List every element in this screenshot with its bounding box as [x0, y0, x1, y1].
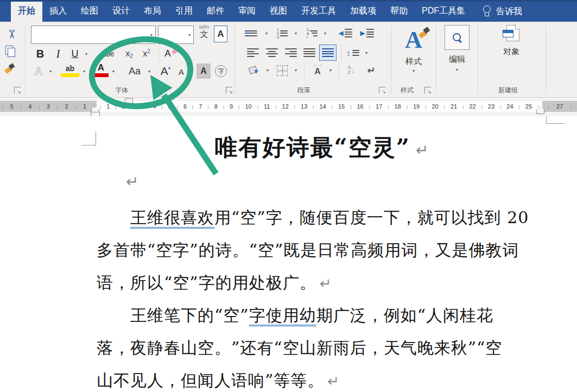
subscript-button[interactable]: x2 [122, 46, 137, 61]
asian-layout-dropdown[interactable]: ▾ [327, 63, 334, 77]
menu-tab-视图[interactable]: 视图 [263, 2, 294, 22]
paragraph-line[interactable]: 语，所以“空”字的用处极广。↵ [97, 267, 553, 299]
distribute-icon [322, 48, 334, 57]
italic-button[interactable]: I [52, 46, 64, 61]
editing-button[interactable]: 编辑 ▾ [441, 25, 473, 72]
ruler-number: 5 [168, 103, 172, 110]
change-case-button[interactable]: Aa [124, 63, 145, 79]
shading-dropdown[interactable]: ▾ [264, 63, 271, 77]
document-title[interactable]: 唯有好诗最“空灵”↵ [97, 130, 548, 165]
ruler-number: 22 [469, 103, 475, 110]
shading-button[interactable] [245, 63, 262, 77]
bullets-dropdown[interactable]: ▾ [263, 26, 270, 40]
strikethrough-button[interactable]: abc [98, 46, 118, 61]
multilevel-list-button[interactable]: 1ai [304, 26, 320, 40]
shrink-font-button[interactable]: A [175, 64, 188, 79]
menu-tab-设计[interactable]: 设计 [105, 2, 137, 22]
phonetic-guide-button[interactable]: wén 文 [195, 24, 213, 39]
character-shading-button[interactable]: A [196, 64, 211, 79]
left-indent-marker[interactable] [91, 112, 99, 116]
format-painter-button[interactable] [4, 63, 15, 75]
styles-dialog-launcher[interactable]: ↘ [424, 87, 431, 93]
underline-button[interactable]: U [68, 46, 81, 61]
styles-button[interactable]: A 样式 ▾ [394, 25, 433, 79]
align-left-button[interactable] [245, 46, 261, 60]
grow-font-button[interactable]: A▴ [157, 63, 174, 79]
clipboard-dialog-launcher[interactable]: ↘ [14, 87, 21, 93]
clear-formatting-button[interactable]: A [163, 46, 180, 61]
menu-tab-审阅[interactable]: 审阅 [231, 2, 263, 22]
word-window: 开始插入绘图设计布局引用邮件审阅视图开发工具加载项帮助PDF工具集 告诉我 ✂ … [0, 0, 577, 392]
numbering-dropdown[interactable]: ▾ [292, 26, 300, 40]
decrease-indent-button[interactable]: ◀ [337, 26, 354, 40]
document-page[interactable]: 唯有好诗最“空灵”↵ ↵ 王维很喜欢用“空”字，随便百度一下，就可以找到 20 … [0, 116, 577, 392]
paragraph-dialog-launcher[interactable]: ↘ [379, 87, 385, 93]
borders-dropdown[interactable]: ▾ [292, 63, 300, 77]
character-border-button[interactable]: A [214, 26, 227, 42]
bullets-button[interactable] [245, 26, 261, 40]
bold-button[interactable]: B [34, 46, 47, 61]
show-hide-marks-button[interactable]: ↵ [364, 63, 379, 77]
ruler-number: 25 [525, 103, 532, 110]
increase-indent-button[interactable]: ▶ [358, 26, 376, 40]
multilevel-dropdown[interactable]: ▾ [321, 26, 329, 40]
font-dialog-launcher[interactable]: ↘ [226, 87, 232, 93]
underline-dropdown[interactable]: ▾ [83, 46, 90, 61]
right-arrow-icon: ▶ [360, 29, 365, 37]
ruler-number: 2 [122, 103, 125, 110]
launcher-arrow-icon: ↘ [427, 90, 432, 94]
font-color-dropdown[interactable]: ▾ [110, 63, 117, 79]
ribbon: ✂ ↘ ▾ ▾ wén 文 A B I U ▾ abc x2 x2 A A ▾ … [0, 22, 577, 98]
menu-tab-邮件[interactable]: 邮件 [200, 2, 231, 22]
line-spacing-button[interactable]: ↕ [344, 46, 362, 60]
tell-me[interactable]: 告诉我 [482, 5, 522, 22]
sort-button[interactable]: AZ ↓ [343, 63, 359, 77]
menu-tab-插入[interactable]: 插入 [42, 2, 74, 22]
justify-icon [303, 48, 315, 57]
menu-tab-加载项[interactable]: 加载项 [343, 2, 383, 22]
cut-button[interactable]: ✂ [3, 27, 20, 41]
menu-tab-开始[interactable]: 开始 [11, 2, 42, 22]
text-effects-button[interactable]: A [31, 63, 46, 79]
distribute-text-button[interactable] [319, 45, 337, 61]
highlight-button[interactable]: ab [61, 64, 79, 77]
line-spacing-dropdown[interactable]: ▾ [363, 46, 370, 60]
menu-tab-PDF工具集[interactable]: PDF工具集 [415, 2, 472, 22]
enclose-characters-button[interactable]: 字 [214, 64, 228, 79]
menu-tab-帮助[interactable]: 帮助 [383, 2, 415, 22]
menu-tab-开发工具[interactable]: 开发工具 [294, 2, 343, 22]
ruler-number: 23 [488, 103, 494, 110]
first-line-indent-marker[interactable] [125, 99, 132, 103]
align-right-button[interactable] [283, 46, 299, 60]
menu-tab-引用[interactable]: 引用 [168, 2, 200, 22]
justify-button[interactable] [302, 46, 317, 60]
paragraph-line[interactable]: 山不见人，但闻人语响”等等。↵ [97, 365, 553, 392]
borders-button[interactable] [276, 64, 289, 77]
ruler-number: 3 [137, 103, 141, 110]
align-center-button[interactable] [264, 46, 280, 60]
paragraph-line[interactable]: 王维很喜欢用“空”字，随便百度一下，就可以找到 20 [97, 202, 553, 233]
change-case-dropdown[interactable]: ▾ [145, 63, 153, 79]
ruler-number: 4 [28, 103, 31, 110]
paragraph-line[interactable]: 落，夜静春山空。”还有“空山新雨后，天气晚来秋”“空 [97, 332, 553, 364]
font-color-button[interactable]: A [93, 62, 109, 77]
paragraph-line[interactable]: 王维笔下的“空”字使用幼期广泛，例如“人闲桂花 [97, 300, 553, 331]
chevron-down-icon: ▾ [394, 68, 433, 73]
numbering-button[interactable]: 123 [275, 26, 290, 40]
text-effects-dropdown[interactable]: ▾ [47, 63, 54, 79]
highlight-dropdown[interactable]: ▾ [80, 63, 88, 79]
copy-button[interactable] [5, 46, 14, 58]
ruler-tick: | [313, 104, 314, 109]
launcher-arrow-icon: ↘ [17, 90, 21, 94]
paragraph-line[interactable]: 多首带“空字”的诗。“空”既是日常高频用词，又是佛教词 [97, 235, 553, 266]
superscript-button[interactable]: x2 [139, 46, 154, 61]
menu-tab-绘图[interactable]: 绘图 [74, 2, 105, 22]
font-size-combobox[interactable]: ▾ [158, 26, 194, 44]
asian-layout-button[interactable]: ←→ A [308, 62, 327, 76]
chevron-down-icon: ▾ [329, 68, 332, 73]
ruler-number: 17 [376, 103, 382, 110]
subscript-x: x [125, 49, 130, 59]
menu-tab-布局[interactable]: 布局 [137, 2, 168, 22]
object-button[interactable]: 对象 [483, 25, 540, 57]
font-name-combobox[interactable]: ▾ [31, 26, 156, 44]
